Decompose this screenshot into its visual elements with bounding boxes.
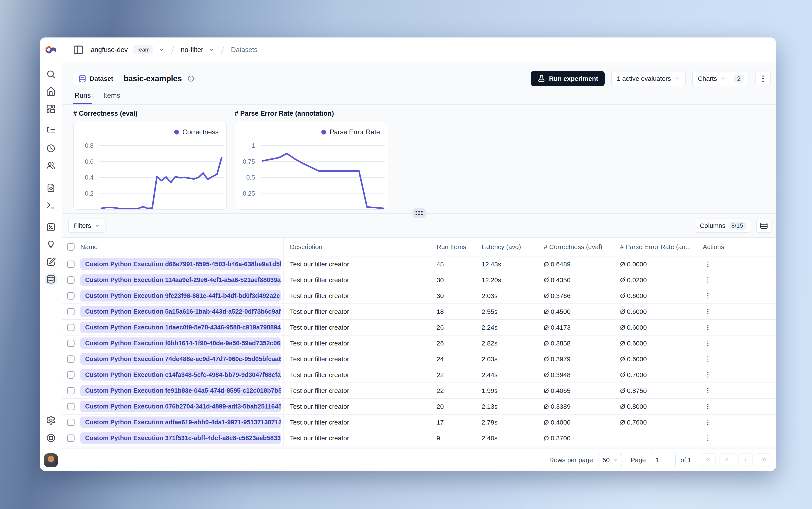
filters-button[interactable]: Filters [68, 218, 105, 233]
table-row[interactable]: Custom Python Execution d66e7991-8595-45… [62, 257, 776, 272]
run-experiment-button[interactable]: Run experiment [531, 71, 605, 86]
chevron-down-icon[interactable] [158, 47, 164, 53]
chevron-down-icon[interactable] [208, 47, 214, 53]
sidebar-item-evaluators[interactable] [45, 222, 57, 233]
info-icon[interactable] [188, 75, 194, 82]
run-name-link[interactable]: Custom Python Execution fe91b83e-04a5-47… [80, 385, 281, 396]
first-page-button[interactable]: « [701, 453, 716, 467]
sidebar-item-support[interactable] [45, 432, 57, 444]
last-page-button[interactable]: » [757, 453, 772, 467]
run-name-link[interactable]: Custom Python Execution 371f531c-abff-4d… [80, 432, 281, 444]
sidebar-item-prompts[interactable] [45, 182, 57, 194]
column-header-correctness[interactable]: # Correctness (eval) [539, 238, 617, 256]
row-checkbox[interactable] [67, 261, 74, 268]
row-actions-menu[interactable] [703, 338, 713, 348]
rows-per-page-select[interactable]: 50 [598, 453, 622, 467]
run-name-link[interactable]: Custom Python Execution adfae619-abb0-4d… [80, 416, 281, 428]
home-icon [46, 87, 56, 97]
breadcrumb-org[interactable]: langfuse-dev [89, 46, 128, 54]
table-row[interactable]: Custom Python Execution 1daec0f9-5e78-43… [62, 320, 776, 336]
row-actions-menu[interactable] [703, 402, 713, 411]
table-row[interactable]: Custom Python Execution fe91b83e-04a5-47… [62, 383, 776, 399]
page-number-input[interactable] [651, 453, 676, 467]
row-actions-menu[interactable] [703, 433, 713, 443]
row-checkbox[interactable] [67, 387, 74, 395]
column-header-parse-error[interactable]: # Parse Error Rate (an... [617, 238, 693, 256]
parse-error-chart-block: # Parse Error Rate (annotation) 10.750.5… [235, 110, 388, 210]
row-actions-menu[interactable] [703, 307, 713, 317]
table-row[interactable]: Custom Python Execution 5a15a616-1bab-44… [62, 304, 776, 320]
table-row[interactable]: Custom Python Execution 076b2704-341d-48… [62, 399, 776, 414]
column-header-run-items[interactable]: Run Items [434, 238, 480, 256]
row-checkbox[interactable] [67, 435, 74, 442]
table-row[interactable]: Custom Python Execution 74de488e-ec9d-47… [62, 351, 776, 367]
row-checkbox[interactable] [67, 419, 74, 426]
run-name-link[interactable]: Custom Python Execution f6bb1614-1f90-40… [80, 337, 281, 349]
breadcrumb-project[interactable]: no-filter [181, 46, 203, 54]
column-header-name[interactable]: Name [79, 238, 284, 256]
table-row[interactable]: Custom Python Execution 371f531c-abff-4d… [62, 430, 776, 446]
sidebar-item-annotation[interactable] [45, 256, 57, 268]
row-actions-menu[interactable] [703, 354, 713, 364]
breadcrumb-section[interactable]: Datasets [231, 46, 258, 54]
run-name-link[interactable]: Custom Python Execution 076b2704-341d-48… [80, 401, 281, 412]
row-actions-menu[interactable] [703, 323, 713, 333]
table-row[interactable]: Custom Python Execution 9fe23f98-881e-44… [62, 288, 776, 304]
sidebar-item-dashboards[interactable] [45, 103, 57, 115]
select-all-checkbox[interactable] [67, 243, 74, 250]
page-total-label: of 1 [680, 456, 691, 464]
page-more-actions-button[interactable] [755, 71, 771, 86]
column-header-latency[interactable]: Latency (avg) [480, 238, 539, 256]
row-actions-menu[interactable] [703, 386, 713, 396]
legend-dot-icon [174, 130, 179, 135]
run-name-link[interactable]: Custom Python Execution d66e7991-8595-45… [80, 259, 281, 270]
sidebar-item-settings[interactable] [45, 414, 57, 426]
row-actions-menu[interactable] [703, 370, 713, 380]
sidebar-item-datasets[interactable] [45, 273, 57, 285]
row-checkbox[interactable] [67, 355, 74, 363]
chart-legend[interactable]: Correctness [174, 128, 218, 136]
row-checkbox[interactable] [67, 403, 74, 410]
tab-runs[interactable]: Runs [73, 92, 92, 104]
sidebar-item-tracing[interactable] [45, 125, 57, 137]
row-checkbox[interactable] [67, 292, 74, 300]
row-actions-menu[interactable] [703, 417, 713, 427]
row-checkbox[interactable] [67, 324, 74, 331]
row-actions-menu[interactable] [703, 291, 713, 301]
run-name-link[interactable]: Custom Python Execution 74de488e-ec9d-47… [80, 353, 281, 365]
table-row[interactable]: Custom Python Execution e14fa348-5cfc-49… [62, 367, 776, 383]
sidebar-item-users[interactable] [45, 160, 57, 172]
user-avatar[interactable] [44, 453, 58, 467]
run-name-link[interactable]: Custom Python Execution 5a15a616-1bab-44… [80, 306, 281, 317]
charts-dropdown[interactable]: Charts 2 [692, 71, 749, 86]
row-checkbox[interactable] [67, 371, 74, 379]
previous-page-button[interactable]: ‹ [719, 453, 734, 467]
resize-handle[interactable] [412, 208, 426, 218]
sidebar-item-playground[interactable] [45, 199, 57, 211]
column-header-description[interactable]: Description [284, 238, 434, 256]
next-page-button[interactable]: › [738, 453, 753, 467]
row-checkbox[interactable] [67, 276, 74, 284]
run-name-link[interactable]: Custom Python Execution 9fe23f98-881e-44… [80, 290, 281, 302]
chart-legend[interactable]: Parse Error Rate [321, 128, 380, 136]
sidebar-item-sessions[interactable] [45, 142, 57, 154]
evaluators-dropdown[interactable]: 1 active evaluators [611, 71, 686, 86]
row-checkbox[interactable] [67, 340, 74, 347]
run-name-link[interactable]: Custom Python Execution 114aa9ef-29e6-4e… [80, 274, 281, 286]
row-height-button[interactable] [756, 218, 772, 233]
run-name-link[interactable]: Custom Python Execution 1daec0f9-5e78-43… [80, 321, 281, 333]
row-checkbox[interactable] [67, 308, 74, 315]
run-name-link[interactable]: Custom Python Execution e14fa348-5cfc-49… [80, 369, 281, 380]
table-row[interactable]: Custom Python Execution 114aa9ef-29e6-4e… [62, 272, 776, 288]
sidebar-item-search[interactable] [45, 68, 57, 80]
row-actions-menu[interactable] [703, 259, 713, 269]
sidebar-toggle-button[interactable] [73, 44, 84, 56]
table-row[interactable]: Custom Python Execution f6bb1614-1f90-40… [62, 336, 776, 351]
table-row[interactable]: Custom Python Execution adfae619-abb0-4d… [62, 414, 776, 430]
sidebar-item-home[interactable] [45, 86, 57, 98]
sidebar-item-insights[interactable] [45, 239, 57, 250]
row-actions-menu[interactable] [703, 275, 713, 285]
chevron-down-icon [94, 223, 100, 229]
columns-button[interactable]: Columns 8/15 [695, 218, 751, 233]
tab-items[interactable]: Items [102, 92, 122, 104]
